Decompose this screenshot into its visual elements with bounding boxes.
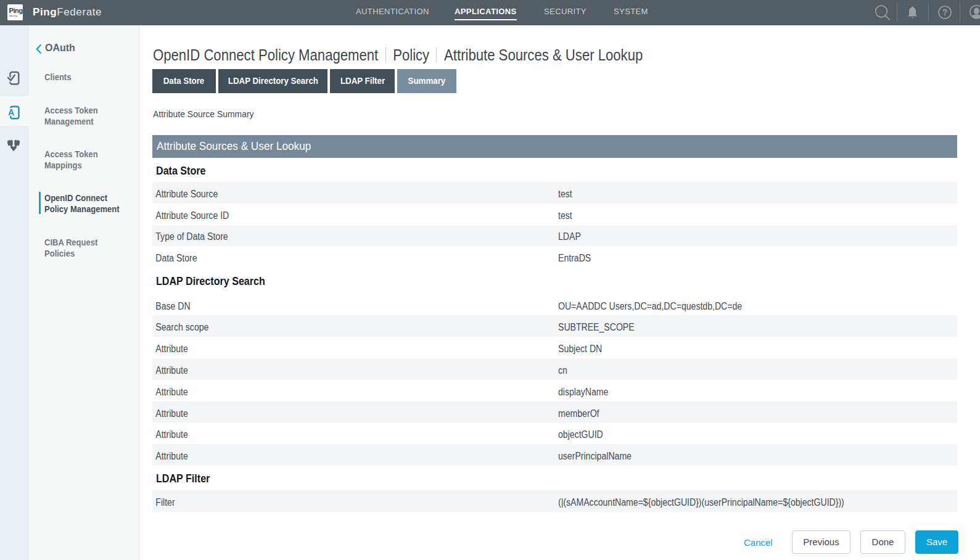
svg-text:A: A	[8, 107, 14, 117]
